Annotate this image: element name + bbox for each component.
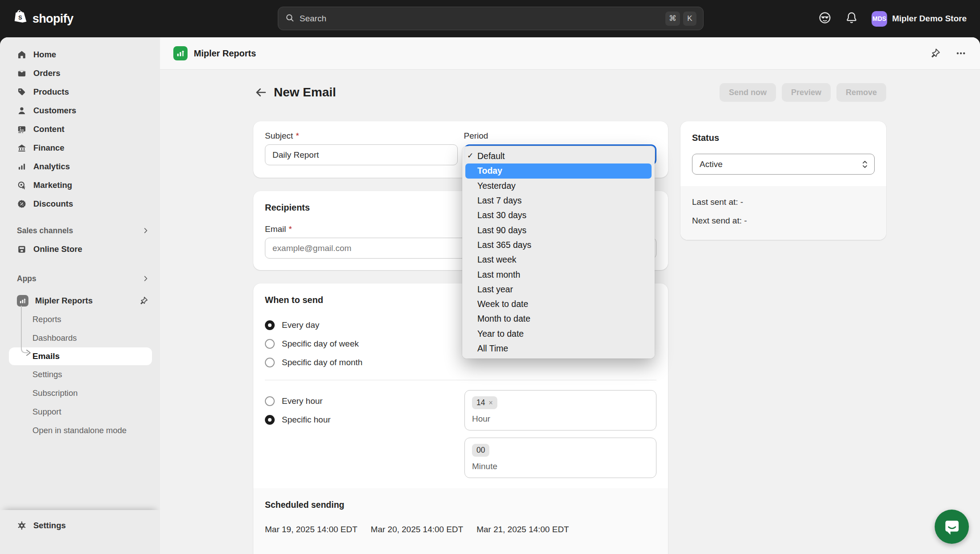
- chevron-right-icon: [142, 275, 149, 282]
- status-select[interactable]: Active: [692, 154, 875, 175]
- sidebar-item-label: Online Store: [33, 244, 82, 254]
- scheduled-dates: Mar 19, 2025 14:00 EDT Mar 20, 2025 14:0…: [265, 525, 656, 534]
- products-icon: [17, 87, 27, 97]
- mipler-app-icon-green: [173, 46, 188, 60]
- search-input[interactable]: Search ⌘ K: [278, 7, 704, 30]
- pin-icon[interactable]: [139, 296, 148, 306]
- status-card: Status Active Last sent at: -: [680, 121, 886, 240]
- cmd-key-badge: ⌘: [665, 12, 680, 26]
- gear-icon: [17, 521, 27, 530]
- sidebar-item-label: Settings: [33, 521, 66, 530]
- period-option-all-time[interactable]: All Time: [462, 341, 655, 356]
- period-option-week-to-date[interactable]: Week to date: [462, 297, 655, 311]
- discounts-icon: [17, 199, 27, 209]
- page-title: New Email: [274, 85, 336, 100]
- period-option-month-to-date[interactable]: Month to date: [462, 311, 655, 326]
- sidebar-item-customers[interactable]: Customers: [0, 101, 160, 120]
- sidebar-item-standalone-mode[interactable]: Open in standalone mode: [0, 421, 160, 440]
- incognito-icon[interactable]: [818, 11, 832, 26]
- remove-button[interactable]: Remove: [836, 83, 886, 102]
- sidebar-item-label: Analytics: [33, 162, 70, 171]
- pin-icon[interactable]: [929, 48, 941, 59]
- period-option-last-365-days[interactable]: Last 365 days: [462, 238, 655, 252]
- sidebar-item-products[interactable]: Products: [0, 83, 160, 101]
- period-option-yesterday[interactable]: Yesterday: [462, 179, 655, 193]
- scheduled-date: Mar 19, 2025 14:00 EDT: [265, 525, 357, 534]
- notifications-bell-icon[interactable]: [845, 11, 858, 26]
- hour-frequency-group: Every hour Specific hour: [265, 390, 464, 478]
- search-shortcut: ⌘ K: [665, 12, 696, 26]
- radio-selected-icon: [265, 415, 275, 425]
- account-menu[interactable]: MDS Mipler Demo Store: [872, 11, 967, 27]
- store-name: Mipler Demo Store: [892, 14, 967, 24]
- sidebar-item-settings[interactable]: Settings: [0, 516, 160, 535]
- page-header: New Email Send now Preview Remove: [253, 82, 886, 103]
- sidebar-item-orders[interactable]: Orders: [0, 64, 160, 83]
- shopify-bag-icon: S: [13, 9, 28, 28]
- sidebar-item-label: Orders: [33, 68, 60, 78]
- radio-specific-hour[interactable]: Specific hour: [265, 411, 464, 429]
- sidebar-item-label: Marketing: [33, 180, 72, 190]
- shopify-logo[interactable]: S shopify: [13, 9, 73, 28]
- period-option-last-week[interactable]: Last week: [462, 252, 655, 267]
- mipler-app-icon: [17, 295, 28, 307]
- scheduled-sending-heading: Scheduled sending: [265, 500, 656, 510]
- period-option-today[interactable]: Today: [465, 163, 652, 178]
- finance-icon: [17, 143, 27, 153]
- minute-tag: 00: [472, 444, 489, 457]
- sidebar-section-apps[interactable]: Apps: [0, 269, 160, 288]
- send-now-button[interactable]: Send now: [720, 83, 776, 102]
- period-option-last-month[interactable]: Last month: [462, 267, 655, 282]
- status-meta: Last sent at: - Next send at: -: [680, 186, 886, 240]
- subject-value: Daily Report: [272, 150, 319, 160]
- content-column: Mipler Reports New Email Send now Previe…: [160, 37, 980, 554]
- sidebar-item-support[interactable]: Support: [0, 403, 160, 421]
- subject-input[interactable]: Daily Report: [265, 144, 458, 165]
- hour-tag: 14 ×: [472, 396, 497, 409]
- sidebar-item-content[interactable]: Content: [0, 120, 160, 139]
- preview-button[interactable]: Preview: [782, 83, 831, 102]
- sidebar-item-marketing[interactable]: Marketing: [0, 176, 160, 195]
- period-option-default[interactable]: ✓ Default: [462, 149, 655, 163]
- sidebar-item-label: Mipler Reports: [35, 296, 132, 306]
- scheduled-sending-section: Scheduled sending Mar 19, 2025 14:00 EDT…: [253, 488, 668, 554]
- help-chat-button[interactable]: [935, 510, 969, 544]
- subject-label: Subject*: [265, 131, 458, 141]
- period-option-last-90-days[interactable]: Last 90 days: [462, 223, 655, 237]
- period-option-last-year[interactable]: Last year: [462, 282, 655, 297]
- sidebar-item-label: Home: [33, 50, 56, 60]
- section-divider: [265, 380, 656, 380]
- sidebar-item-online-store[interactable]: Online Store: [0, 240, 160, 259]
- hour-tag-input[interactable]: 14 × Hour: [464, 390, 656, 430]
- remove-tag-icon[interactable]: ×: [488, 399, 492, 407]
- storefront-icon: [17, 244, 27, 254]
- period-option-last-7-days[interactable]: Last 7 days: [462, 193, 655, 208]
- sidebar-item-label: Customers: [33, 106, 76, 116]
- app-surface: Home Orders Products Customers Content F…: [0, 37, 980, 554]
- sidebar-item-app-settings[interactable]: Settings: [0, 365, 160, 384]
- store-avatar: MDS: [872, 11, 887, 27]
- more-options-icon[interactable]: [955, 48, 967, 59]
- tree-connector: [17, 306, 35, 362]
- period-option-year-to-date[interactable]: Year to date: [462, 327, 655, 341]
- sidebar-nav: Home Orders Products Customers Content F…: [0, 37, 160, 440]
- sidebar-item-analytics[interactable]: Analytics: [0, 157, 160, 176]
- radio-every-hour[interactable]: Every hour: [265, 392, 464, 411]
- period-dropdown-menu: ✓ Default Today Yesterday Last 7 days La…: [462, 146, 655, 359]
- sidebar-item-discounts[interactable]: Discounts: [0, 195, 160, 213]
- period-option-last-30-days[interactable]: Last 30 days: [462, 208, 655, 223]
- svg-text:S: S: [18, 15, 22, 21]
- scheduled-date: Mar 21, 2025 14:00 EDT: [476, 525, 569, 534]
- back-arrow-icon[interactable]: [253, 85, 268, 100]
- minute-tag-input[interactable]: 00 Minute: [464, 438, 656, 478]
- required-asterisk: *: [296, 131, 299, 141]
- sidebar-item-finance[interactable]: Finance: [0, 139, 160, 157]
- sidebar: Home Orders Products Customers Content F…: [0, 37, 160, 554]
- status-value: Active: [700, 159, 723, 169]
- next-send-at: Next send at: -: [692, 216, 875, 226]
- sidebar-item-subscription[interactable]: Subscription: [0, 384, 160, 403]
- sidebar-item-home[interactable]: Home: [0, 45, 160, 64]
- k-key-badge: K: [683, 12, 696, 26]
- sidebar-section-sales-channels[interactable]: Sales channels: [0, 221, 160, 240]
- sales-channels-label: Sales channels: [17, 226, 73, 235]
